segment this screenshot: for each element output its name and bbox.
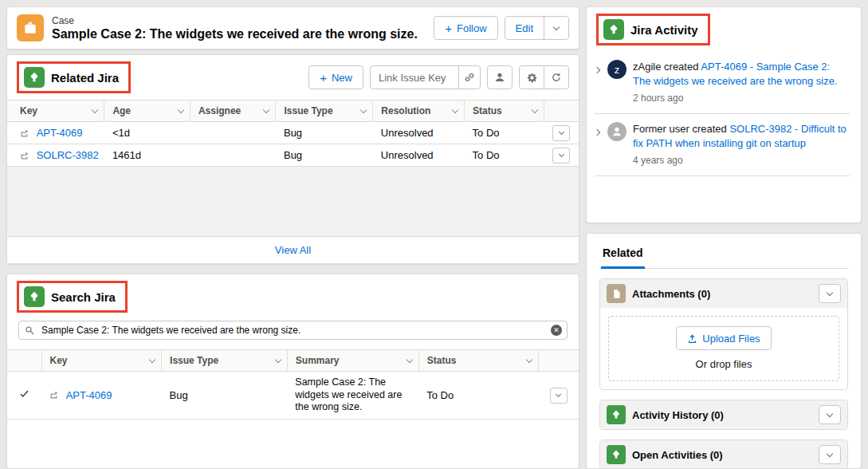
edit-button[interactable]: Edit [505, 16, 544, 40]
row-actions-button[interactable] [552, 125, 570, 141]
tab-related[interactable]: Related [601, 243, 645, 269]
issue-key-link[interactable]: APT-4069 [66, 389, 112, 401]
chevron-down-icon [532, 106, 538, 112]
column-header-assignee[interactable]: Assignee [190, 100, 276, 122]
search-jira-card: Search Jira ✕ Key Issue Type Summary [6, 274, 579, 469]
upload-label: Upload Files [702, 333, 760, 345]
column-header-issue-type[interactable]: Issue Type [162, 350, 288, 372]
view-all-link[interactable]: View All [275, 244, 311, 256]
chevron-down-icon [360, 106, 367, 112]
search-icon [25, 325, 34, 335]
page: Case Sample Case 2: The widgets we recei… [0, 0, 868, 469]
chevron-down-icon [452, 106, 458, 112]
link-issue-button[interactable] [458, 65, 481, 89]
expand-activity-button[interactable] [595, 60, 601, 73]
annotation-box-related-jira: Related Jira [17, 61, 131, 93]
check-icon [19, 389, 29, 401]
related-panel-card: Related Attachments (0) [586, 233, 862, 469]
attachments-title: Attachments (0) [632, 288, 812, 300]
resolution-cell: Unresolved [373, 122, 465, 144]
attachments-dropdown-button[interactable] [819, 284, 841, 303]
case-actions: + Follow Edit [434, 16, 569, 40]
table-row[interactable]: APT-4069 Bug Sample Case 2: The widgets … [7, 372, 579, 420]
search-jira-header: Search Jira [7, 274, 579, 319]
assignee-cell [190, 122, 276, 144]
attachments-section: Attachments (0) Upload Files Or drop fil… [599, 278, 848, 390]
column-header-key[interactable]: Key [7, 100, 104, 122]
upload-icon [687, 333, 697, 344]
activity-history-icon [607, 405, 626, 424]
edit-button-group: Edit [505, 16, 569, 40]
chevron-right-icon [594, 129, 600, 136]
age-cell: <1d [104, 122, 190, 144]
issue-key-link[interactable]: APT-4069 [37, 128, 83, 140]
issue-key-link[interactable]: SOLRC-3982 [37, 150, 99, 162]
expand-activity-button[interactable] [595, 122, 601, 135]
chevron-down-icon [559, 129, 564, 135]
column-header-resolution[interactable]: Resolution [373, 100, 465, 122]
clear-search-icon[interactable]: ✕ [551, 325, 562, 336]
column-header-key[interactable]: Key [41, 350, 162, 372]
column-header-status[interactable]: Status [418, 350, 539, 372]
jira-icon [24, 67, 45, 88]
follow-button[interactable]: + Follow [434, 16, 497, 40]
open-activities-section: Open Activities (0) [599, 439, 848, 469]
chevron-right-icon [594, 67, 600, 73]
case-more-actions-button[interactable] [544, 16, 569, 40]
activity-body: zAgile created APT-4069 - Sample Case 2:… [633, 60, 850, 104]
chevron-down-icon [526, 356, 532, 362]
refresh-icon [551, 72, 562, 83]
row-actions-button[interactable] [552, 148, 570, 164]
status-cell: To Do [465, 122, 544, 144]
table-row[interactable]: APT-4069 <1d Bug Unresolved To Do [7, 122, 579, 144]
activity-text: Former user created SOLRC-3982 - Difficu… [633, 122, 850, 150]
search-jira-table: Key Issue Type Summary Status [7, 349, 579, 420]
attachments-icon [607, 284, 626, 303]
jira-activity-card: Jira Activity z zAgile created APT-4069 … [586, 6, 862, 223]
issue-type-cell: Bug [276, 144, 373, 167]
search-input[interactable] [18, 321, 568, 340]
chevron-down-icon [263, 106, 269, 112]
settings-button[interactable] [519, 65, 544, 89]
link-issue-key-input[interactable] [370, 65, 459, 89]
case-header-card: Case Sample Case 2: The widgets we recei… [6, 6, 579, 49]
new-issue-button[interactable]: + New [308, 65, 363, 89]
external-link-icon [20, 126, 33, 138]
action-verb: created [664, 61, 698, 73]
chevron-down-icon [827, 450, 833, 456]
actor-name: zAgile [633, 61, 661, 73]
file-dropzone[interactable]: Upload Files Or drop files [608, 316, 839, 381]
table-header-row: Key Issue Type Summary Status [7, 350, 579, 372]
chain-link-icon [464, 72, 475, 83]
activity-history-dropdown-button[interactable] [819, 405, 841, 424]
annotation-box-jira-activity: Jira Activity [596, 14, 710, 45]
jira-icon [603, 19, 624, 40]
refresh-button[interactable] [544, 65, 569, 89]
open-activities-dropdown-button[interactable] [819, 445, 841, 464]
chevron-down-icon [553, 23, 560, 30]
plus-icon: + [320, 72, 327, 84]
related-jira-header: Related Jira + New [7, 55, 579, 100]
activity-timestamp: 4 years ago [633, 155, 850, 166]
assignee-button[interactable] [487, 65, 513, 89]
object-label: Case [52, 15, 418, 26]
column-header-issue-type[interactable]: Issue Type [276, 100, 373, 122]
plus-icon: + [445, 22, 452, 34]
case-title-block: Case Sample Case 2: The widgets we recei… [52, 15, 418, 41]
summary-cell: Sample Case 2: The widgets we received a… [287, 372, 418, 420]
related-jira-title: Related Jira [51, 71, 119, 85]
row-actions-button[interactable] [550, 388, 568, 404]
upload-files-button[interactable]: Upload Files [676, 326, 771, 350]
activity-history-section: Activity History (0) [599, 400, 848, 430]
column-header-status[interactable]: Status [465, 100, 544, 122]
attachments-body: Upload Files Or drop files [600, 308, 847, 389]
activity-item: z zAgile created APT-4069 - Sample Case … [595, 52, 850, 114]
related-jira-table: Key Age Assignee Issue Type Resolution S… [7, 100, 579, 167]
column-header-summary[interactable]: Summary [287, 350, 418, 372]
search-jira-title: Search Jira [51, 290, 116, 304]
table-row[interactable]: SOLRC-3982 1461d Bug Unresolved To Do [7, 144, 579, 167]
column-header-age[interactable]: Age [104, 100, 190, 122]
column-header-actions [539, 350, 579, 372]
chevron-down-icon [827, 289, 833, 295]
table-tools-group [519, 65, 569, 89]
